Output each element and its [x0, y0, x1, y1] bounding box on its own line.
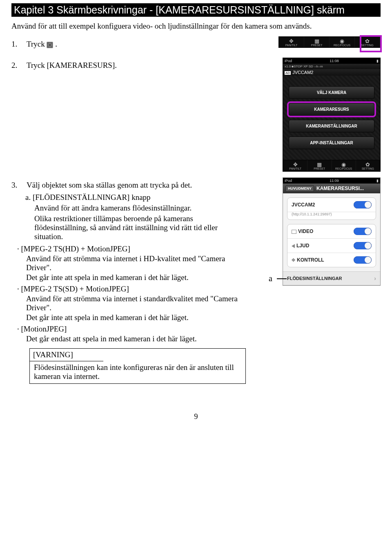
row-kontroll-label: KONTROLL [297, 257, 324, 263]
row-kontroll[interactable]: ✥KONTROLL [287, 253, 376, 267]
step-2-num: 2. [11, 61, 17, 69]
callout-line-icon [277, 278, 287, 279]
toolbar-pantilt-label: PAN/TILT [279, 44, 304, 47]
menu-kameraresurs[interactable]: KAMERARESURS [289, 103, 374, 116]
toolbar-pantilt[interactable]: ✥ PAN/TILT [279, 37, 304, 47]
row-jvccam2[interactable]: JVCCAM2 [287, 198, 376, 212]
status2-time: 11:09 [330, 179, 339, 183]
warning-body: Flödesinställningen kan inte konfigurera… [30, 361, 245, 383]
menu-kamerainstallningar[interactable]: KAMERAINSTÄLLNINGAR [289, 120, 374, 132]
camera-info-line: x1.0 ■STOP XP SD --h--m [283, 64, 380, 69]
chevron-right-icon: › [374, 275, 376, 282]
row-ljud-label: LJUD [296, 243, 309, 249]
status2-battery-icon: ▮ [376, 179, 379, 183]
toolbar-preset[interactable]: ▦ PRESET [304, 37, 330, 47]
page-number: 9 [11, 412, 381, 421]
toolbar-recfocus[interactable]: ◉ REC/FOCUS [330, 37, 355, 47]
toggle-jvccam2[interactable] [354, 201, 372, 208]
row-flow-label: FLÖDESINSTÄLLNINGAR [287, 276, 342, 281]
phone-screenshot-2: iPod 11:09 ▮ HUVUDMENY KAMERARESURSI... … [283, 177, 381, 286]
row-jvccam2-url: (http://10.1.1.241:29897) [287, 212, 376, 220]
phone-tb-recfocus[interactable]: ◉REC/FOCUS [332, 160, 356, 171]
row-video[interactable]: VIDEO [287, 224, 376, 239]
toolbar-recfocus-label: REC/FOCUS [330, 44, 354, 47]
mode2-p1: Använd för att strömma via internet i st… [26, 294, 246, 312]
audio-icon [292, 244, 295, 248]
row-video-label: VIDEO [298, 228, 313, 234]
row-flodesinstallningar[interactable]: FLÖDESINSTÄLLNINGAR › [283, 271, 380, 285]
phone-toolbar: ✥PAN/TILT ▦PRESET ◉REC/FOCUS ✿SETTING [283, 160, 380, 171]
mode1-p2: Det går inte att spela in med kameran i … [26, 273, 246, 282]
phone-screenshot-1: iPod 11:08 ▮ x1.0 ■STOP XP SD --h--m ADJ… [283, 58, 381, 172]
step-3: 3. Välj objektet som ska ställas genom a… [11, 181, 246, 190]
video-icon [292, 230, 296, 234]
menu-valj-kamera[interactable]: VÄLJ KAMERA [289, 86, 374, 99]
control-icon: ✥ [292, 258, 295, 263]
step-3a-label: a. [FLÖDESINSTÄLLNINGAR] knapp [25, 193, 246, 202]
toggle-ljud[interactable] [354, 242, 372, 249]
phone-tb-setting[interactable]: ✿SETTING [356, 160, 380, 171]
nav-title: KAMERARESURSI... [316, 186, 364, 191]
mode2-head: · [MPEG-2 TS(SD) + MotionJPEG] [17, 284, 246, 293]
step-3-text: Välj objektet som ska ställas genom att … [27, 181, 192, 189]
row-jvccam2-label: JVCCAM2 [292, 202, 315, 208]
step-1: 1. Tryck . [11, 40, 240, 49]
mode2-p2: Det går inte att spela in med kameran i … [26, 313, 246, 322]
toolbar-setting-label: SETTING [355, 44, 380, 47]
status-time: 11:08 [330, 59, 339, 63]
chapter-title: Kapitel 3 Skärmbeskrivningar - [KAMERARE… [11, 3, 381, 17]
step-1-text: Tryck [27, 40, 45, 48]
step-3-num: 3. [11, 181, 17, 189]
camera-brand: ADJVCCAM2 [283, 69, 380, 76]
mode1-head: · [MPEG-2 TS(HD) + MotionJPEG] [17, 244, 246, 253]
status-battery-icon: ▮ [376, 59, 379, 63]
step-2-text: Tryck [KAMERARESURS]. [27, 61, 117, 69]
phone-tb-pantilt[interactable]: ✥PAN/TILT [283, 160, 307, 171]
toolbar-figure: ✥ PAN/TILT ▦ PRESET ◉ REC/FOCUS ✿ SETTIN… [278, 36, 381, 48]
status-carrier: iPod [285, 59, 292, 63]
toolbar-preset-label: PRESET [304, 44, 329, 47]
intro-text: Använd för att till exempel konfiguera v… [11, 22, 381, 31]
warning-box: [VARNING] Flödesinställningen kan inte k… [29, 348, 246, 384]
status2-carrier: iPod [285, 179, 292, 183]
step-2: 2. Tryck [KAMERARESURS]. [11, 61, 240, 70]
phone-tb-preset[interactable]: ▦PRESET [307, 160, 332, 171]
mode3-head: · [MotionJPEG] [17, 325, 246, 334]
menu-app-installningar[interactable]: APP-INSTÄLLNINGAR [289, 137, 374, 149]
back-button[interactable]: HUVUDMENY [285, 185, 314, 192]
step-1-num: 1. [11, 40, 17, 48]
toolbar-setting[interactable]: ✿ SETTING [355, 37, 380, 47]
row-ljud[interactable]: LJUD [287, 239, 376, 253]
warning-title: [VARNING] [30, 349, 103, 361]
step-3a-p2: Olika restriktioner tillämpas beroende p… [34, 214, 246, 241]
gear-icon [47, 42, 53, 48]
mode1-p1: Använd för att strömma via internet i HD… [26, 254, 246, 272]
mode3-p1: Det går endast att spela in med kameran … [26, 334, 246, 343]
toggle-video[interactable] [354, 228, 372, 235]
toggle-kontroll[interactable] [354, 256, 372, 264]
step-1-suffix: . [55, 40, 57, 48]
callout-a: a [269, 274, 272, 283]
step-3a-p1: Använd för att ändra kamerans flödesinst… [34, 204, 246, 213]
